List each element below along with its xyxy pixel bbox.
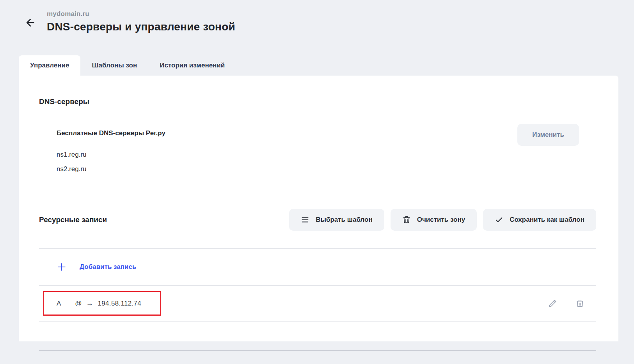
delete-record-button[interactable]: [575, 299, 584, 308]
bottom-spacer: [39, 322, 596, 350]
records-toolbar: Выбрать шаблон Очистить зону Сохранить к…: [289, 209, 596, 231]
save-as-template-button[interactable]: Сохранить как шаблон: [483, 209, 596, 231]
arrow-left-icon: [25, 17, 36, 28]
arrow-right-icon: →: [86, 299, 93, 307]
resource-records-heading: Ресурсные записи: [39, 216, 107, 224]
nameserver-item: ns1.reg.ru: [57, 147, 165, 162]
plus-icon: [57, 262, 67, 272]
record-host: @: [75, 300, 82, 307]
tab-change-history[interactable]: История изменений: [148, 55, 236, 76]
record-highlight-box: A @ → 194.58.112.74: [43, 291, 161, 316]
dns-provider-info: Бесплатные DNS-серверы Рег.ру ns1.reg.ru…: [57, 124, 165, 176]
add-record-label: Добавить запись: [80, 263, 136, 271]
record-type: A: [57, 300, 61, 307]
pencil-icon: [548, 299, 557, 308]
record-value: 194.58.112.74: [98, 300, 141, 307]
add-record-row: Добавить запись: [39, 249, 596, 285]
divider: [39, 350, 596, 351]
page-title: DNS-серверы и управление зоной: [47, 21, 634, 33]
select-template-label: Выбрать шаблон: [316, 216, 373, 224]
template-list-icon: [301, 216, 309, 224]
trash-icon: [402, 216, 411, 224]
check-icon: [495, 216, 503, 224]
edit-record-button[interactable]: [548, 299, 557, 308]
record-fields: A @ → 194.58.112.74: [57, 299, 141, 307]
dns-provider-name: Бесплатные DNS-серверы Рег.ру: [57, 129, 165, 137]
domain-label: mydomain.ru: [47, 10, 634, 18]
record-actions: [548, 299, 584, 308]
add-record-button[interactable]: Добавить запись: [57, 262, 136, 272]
dns-record-row: A @ → 194.58.112.74: [39, 286, 596, 321]
resource-records-header: Ресурсные записи Выбрать шаблон Очистить…: [39, 209, 596, 231]
nameserver-item: ns2.reg.ru: [57, 162, 165, 176]
tab-management[interactable]: Управление: [19, 55, 80, 76]
tab-bar: Управление Шаблоны зон История изменений: [19, 55, 634, 76]
page-header: mydomain.ru DNS-серверы и управление зон…: [0, 0, 634, 33]
save-as-template-label: Сохранить как шаблон: [510, 216, 584, 224]
trash-icon: [575, 299, 584, 308]
tab-zone-templates[interactable]: Шаблоны зон: [80, 55, 148, 76]
back-button[interactable]: [23, 16, 37, 30]
dns-provider-row: Бесплатные DNS-серверы Рег.ру ns1.reg.ru…: [39, 124, 596, 176]
nameserver-list: ns1.reg.ru ns2.reg.ru: [57, 147, 165, 176]
clear-zone-button[interactable]: Очистить зону: [391, 209, 477, 231]
clear-zone-label: Очистить зону: [417, 216, 465, 224]
content-panel: DNS-серверы Бесплатные DNS-серверы Рег.р…: [19, 76, 618, 341]
select-template-button[interactable]: Выбрать шаблон: [289, 209, 384, 231]
dns-servers-heading: DNS-серверы: [39, 97, 596, 106]
edit-dns-button[interactable]: Изменить: [517, 124, 579, 146]
